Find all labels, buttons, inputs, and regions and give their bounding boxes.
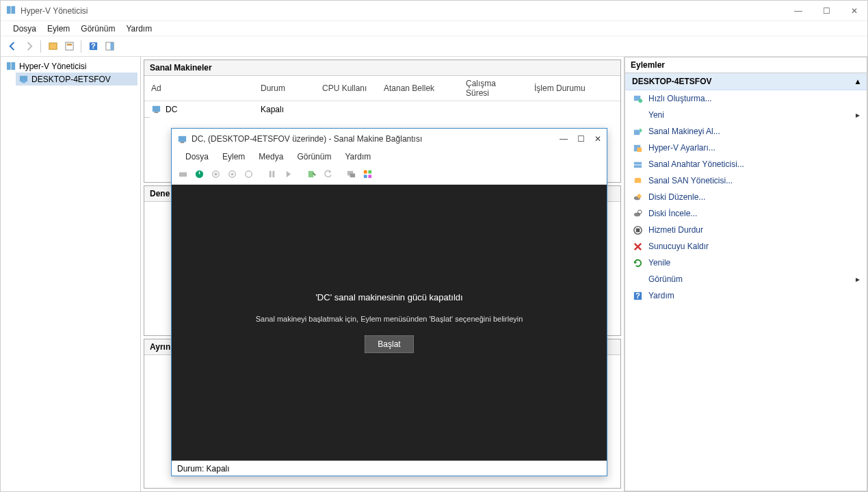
vmconn-menu-view[interactable]: Görünüm — [290, 151, 338, 163]
forward-button[interactable] — [21, 39, 36, 54]
svg-rect-19 — [637, 147, 642, 152]
vmconn-title: DC, (DESKTOP-4ETSFOV üzerinde) - Sanal M… — [192, 134, 422, 144]
vmconn-toolbar — [172, 164, 607, 185]
table-row[interactable]: DC Kapalı — [144, 101, 620, 118]
vsan-icon — [632, 175, 643, 186]
svg-rect-31 — [179, 135, 186, 141]
vmconn-menu-help[interactable]: Yardım — [338, 151, 378, 163]
svg-rect-36 — [214, 173, 217, 176]
vm-state: Kapalı — [254, 101, 315, 118]
menu-view[interactable]: Görünüm — [75, 23, 120, 35]
minimize-button[interactable]: — — [790, 5, 806, 17]
vmconn-menu-media[interactable]: Medya — [252, 151, 290, 163]
menu-action[interactable]: Eylem — [42, 23, 75, 35]
svg-rect-23 — [634, 179, 640, 183]
app-icon — [6, 5, 16, 17]
import-icon — [632, 126, 643, 137]
svg-point-16 — [638, 99, 642, 103]
maximize-button[interactable]: ☐ — [819, 5, 834, 17]
svg-rect-32 — [181, 142, 185, 143]
svg-rect-14 — [155, 112, 159, 113]
vmconn-maximize-button[interactable]: ☐ — [577, 134, 585, 144]
share-button[interactable] — [360, 168, 374, 181]
back-button[interactable] — [5, 39, 20, 54]
action-inspect-disk[interactable]: Diski İncele... — [625, 205, 867, 222]
help-icon: ? — [632, 290, 643, 301]
svg-rect-48 — [368, 174, 371, 178]
status-label: Durum: — [177, 464, 204, 474]
svg-rect-46 — [368, 170, 371, 174]
svg-rect-8 — [110, 42, 114, 50]
svg-text:?: ? — [91, 42, 96, 50]
action-vsan-manager[interactable]: Sanal SAN Yöneticisi... — [625, 172, 867, 189]
svg-rect-2 — [49, 43, 56, 49]
ctrl-alt-del-button[interactable] — [176, 168, 189, 181]
enhanced-session-button[interactable] — [344, 168, 358, 181]
reset-button[interactable] — [281, 168, 295, 181]
close-button[interactable]: ✕ — [847, 5, 862, 17]
tree-host-label: DESKTOP-4ETSFOV — [31, 75, 111, 84]
toolbar: ? — [1, 36, 867, 57]
chevron-right-icon: ▸ — [856, 274, 860, 284]
turnoff-button[interactable] — [209, 168, 222, 181]
svg-rect-47 — [363, 174, 367, 178]
menu-help[interactable]: Yardım — [120, 23, 157, 35]
action-pane-button[interactable] — [102, 39, 117, 54]
vmconn-close-button[interactable]: ✕ — [594, 134, 601, 144]
host-icon — [18, 74, 29, 84]
inspect-disk-icon — [632, 208, 643, 219]
col-job[interactable]: İşlem Durumu — [527, 76, 620, 101]
vmconn-menu-action[interactable]: Eylem — [215, 151, 252, 163]
tree-root[interactable]: Hyper-V Yöneticisi — [3, 60, 137, 73]
col-cpu[interactable]: CPU Kullanı — [315, 76, 377, 101]
svg-rect-20 — [633, 161, 641, 164]
save-button[interactable] — [241, 168, 255, 181]
revert-button[interactable] — [321, 168, 334, 181]
actions-section-label: DESKTOP-4ETSFOV — [632, 77, 711, 86]
actions-section[interactable]: DESKTOP-4ETSFOV ▴ — [625, 73, 867, 90]
checkpoint-button[interactable] — [304, 168, 318, 181]
action-vswitch-manager[interactable]: Sanal Anahtar Yöneticisi... — [625, 156, 867, 172]
actions-pane: Eylemler DESKTOP-4ETSFOV ▴ Hızlı Oluştur… — [624, 57, 867, 491]
svg-rect-11 — [20, 76, 27, 81]
pause-button[interactable] — [265, 168, 278, 181]
col-state[interactable]: Durum — [254, 76, 315, 101]
action-refresh[interactable]: Yenile — [625, 255, 867, 271]
svg-rect-45 — [363, 170, 367, 174]
svg-point-38 — [231, 173, 233, 176]
vmconn-titlebar: DC, (DESKTOP-4ETSFOV üzerinde) - Sanal M… — [172, 129, 607, 149]
svg-rect-33 — [179, 172, 186, 177]
action-remove-server[interactable]: Sunucuyu Kaldır — [625, 238, 867, 255]
action-hyperv-settings[interactable]: Hyper-V Ayarları... — [625, 140, 867, 156]
col-name[interactable]: Ad — [144, 76, 254, 101]
action-quick-create[interactable]: Hızlı Oluşturma... — [625, 90, 867, 107]
vm-start-button[interactable]: Başlat — [365, 335, 413, 353]
start-button[interactable] — [192, 168, 206, 181]
col-memory[interactable]: Atanan Bellek — [377, 76, 459, 101]
vmconn-menu-file[interactable]: Dosya — [179, 151, 215, 163]
action-new[interactable]: Yeni▸ — [625, 107, 867, 123]
stop-icon — [632, 224, 643, 235]
properties-button[interactable] — [62, 39, 77, 54]
window-title: Hyper-V Yöneticisi — [21, 6, 790, 16]
svg-rect-3 — [65, 42, 73, 50]
vmconn-minimize-button[interactable]: — — [560, 134, 568, 144]
titlebar: Hyper-V Yöneticisi — ☐ ✕ — [1, 1, 867, 21]
action-view[interactable]: Görünüm▸ — [625, 271, 867, 287]
vm-display-area: 'DC' sanal makinesinin gücü kapatıldı Sa… — [172, 185, 607, 461]
shutdown-button[interactable] — [225, 168, 239, 181]
svg-rect-28 — [635, 228, 640, 232]
action-stop-service[interactable]: Hizmeti Durdur — [625, 222, 867, 238]
help-button[interactable]: ? — [86, 39, 101, 54]
action-edit-disk[interactable]: Diski Düzenle... — [625, 189, 867, 205]
menu-file[interactable]: Dosya — [8, 23, 42, 35]
settings-icon — [632, 142, 643, 153]
col-uptime[interactable]: Çalışma Süresi — [459, 76, 527, 101]
svg-rect-17 — [633, 129, 639, 135]
action-help[interactable]: ?Yardım — [625, 287, 867, 304]
edit-disk-icon — [632, 192, 643, 203]
actions-header: Eylemler — [624, 57, 867, 73]
action-import-vm[interactable]: Sanal Makineyi Al... — [625, 123, 867, 140]
show-hide-tree-button[interactable] — [45, 39, 60, 54]
tree-host-node[interactable]: DESKTOP-4ETSFOV — [16, 73, 137, 86]
